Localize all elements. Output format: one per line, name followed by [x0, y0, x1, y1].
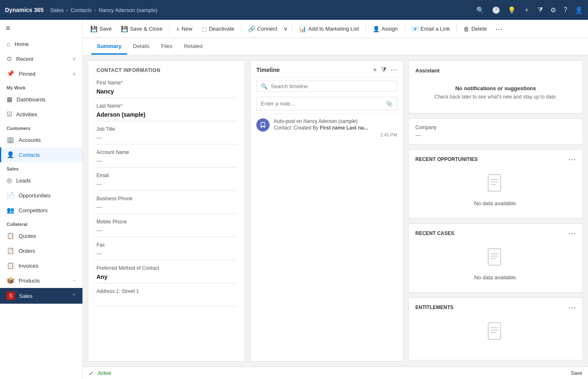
svg-rect-0	[488, 175, 501, 191]
tab-files[interactable]: Files	[155, 39, 178, 55]
account-name-label: Account Name	[96, 149, 236, 155]
user-icon[interactable]: 👤	[575, 6, 583, 14]
delete-button[interactable]: 🗑 Delete	[459, 23, 491, 35]
home-icon: ⌂	[7, 41, 10, 48]
section-title-mywork: My Work	[0, 81, 82, 92]
job-title-value[interactable]: ---	[96, 133, 236, 144]
sidebar-label-sales-hub: Sales	[19, 293, 33, 299]
sidebar-label-dashboards: Dashboards	[17, 96, 46, 103]
app-brand: Dynamics 365	[5, 7, 43, 13]
account-name-value[interactable]: ---	[96, 156, 236, 168]
deactivate-button[interactable]: ⬚ Deactivate	[198, 23, 239, 35]
sidebar-item-quotes[interactable]: 📋 Quotes	[0, 228, 82, 243]
sidebar-label-quotes: Quotes	[19, 233, 36, 239]
help-icon[interactable]: ?	[564, 6, 567, 14]
top-nav-icons: 🔍 🕐 💡 ＋ ⧩ ⚙ ? 👤	[476, 6, 583, 14]
email-link-button[interactable]: 📧 Email a Link	[407, 23, 454, 35]
sidebar-label-opportunities: Opportunities	[19, 192, 51, 199]
deactivate-icon: ⬚	[202, 26, 207, 32]
breadcrumb-sales[interactable]: Sales	[50, 7, 64, 13]
sidebar-item-activities[interactable]: ☑ Activities	[0, 107, 82, 122]
sidebar-item-contacts[interactable]: 👤 Contacts	[0, 147, 82, 162]
mobile-phone-value[interactable]: ---	[96, 225, 236, 237]
sidebar-item-dashboards[interactable]: ▦ Dashboards	[0, 92, 82, 107]
timeline-search-input[interactable]	[271, 83, 393, 89]
lightbulb-icon[interactable]: 💡	[508, 6, 516, 14]
tab-details[interactable]: Details	[127, 39, 155, 55]
connect-button[interactable]: 🔗 Connect	[244, 23, 281, 35]
assistant-title: Assistant	[415, 67, 576, 74]
status-save[interactable]: Save	[571, 370, 582, 376]
sidebar-label-accounts: Accounts	[19, 137, 41, 143]
status-left: ⤢ Active	[89, 370, 111, 377]
tab-summary[interactable]: Summary	[91, 39, 127, 55]
last-name-value[interactable]: Aderson (sample)	[96, 110, 236, 121]
sidebar-item-home[interactable]: ⌂ Home	[0, 37, 82, 51]
connect-dropdown-button[interactable]: ∨	[282, 23, 289, 34]
timeline-filter-icon[interactable]: ⧩	[381, 66, 386, 74]
sidebar-label-activities: Activities	[16, 111, 37, 118]
business-phone-label: Business Phone	[96, 196, 236, 201]
sidebar-item-sales-hub[interactable]: S Sales ⌃	[0, 288, 82, 304]
business-phone-value[interactable]: ---	[96, 202, 236, 214]
breadcrumb-contacts[interactable]: Contacts	[70, 7, 92, 13]
timeline-add-icon[interactable]: +	[373, 66, 377, 74]
attachment-icon[interactable]: 📎	[386, 101, 393, 107]
address-street-value[interactable]	[96, 295, 236, 307]
recent-cases-empty-text: No data available.	[474, 274, 517, 281]
save-close-label: Save & Close	[130, 26, 163, 32]
sidebar-item-invoices[interactable]: 📋 Invoices	[0, 258, 82, 273]
first-name-value[interactable]: Nancy	[96, 86, 236, 98]
breadcrumb: Sales › Contacts › Nancy Aderson (sample…	[50, 7, 157, 13]
section-title-sales: Sales	[0, 162, 82, 173]
assistant-empty-subtitle: Check back later to see what's new and s…	[419, 94, 573, 100]
save-close-icon: 💾	[121, 26, 128, 32]
connect-icon: 🔗	[248, 26, 255, 32]
recent-cases-more-icon[interactable]: ⋯	[569, 229, 576, 238]
save-button[interactable]: 💾 Save	[86, 23, 116, 35]
email-value[interactable]: ---	[96, 179, 236, 191]
timeline-more-icon[interactable]: ⋯	[390, 66, 397, 74]
settings-icon[interactable]: ⚙	[550, 6, 556, 14]
sidebar-item-accounts[interactable]: 🏢 Accounts	[0, 132, 82, 147]
more-button[interactable]: ⋯	[492, 23, 506, 35]
sidebar-item-orders[interactable]: 📋 Orders	[0, 243, 82, 258]
filter-icon[interactable]: ⧩	[537, 6, 543, 14]
save-close-button[interactable]: 💾 Save & Close	[117, 23, 167, 35]
activities-icon: ☑	[7, 110, 12, 118]
recent-opportunities-more-icon[interactable]: ⋯	[569, 155, 576, 164]
hamburger-button[interactable]: ≡	[0, 20, 82, 37]
tab-related[interactable]: Related	[178, 39, 208, 55]
clock-icon[interactable]: 🕐	[492, 6, 500, 14]
no-data-icon	[487, 248, 504, 271]
fax-value[interactable]: ---	[96, 249, 236, 260]
new-button[interactable]: + New	[172, 23, 196, 35]
email-link-label: Email a Link	[421, 26, 450, 32]
add-marketing-label: Add to Marketing List	[308, 26, 359, 32]
company-card: Company ---	[408, 118, 583, 144]
recent-cases-title: RECENT CASES	[415, 230, 569, 236]
contact-info-panel: CONTACT INFORMATION First Name* Nancy La…	[88, 60, 245, 362]
add-icon[interactable]: ＋	[523, 6, 530, 14]
dashboards-icon: ▦	[7, 96, 12, 103]
entitlements-card: ENTITLEMENTS ⋯	[408, 297, 583, 360]
timeline-note-input[interactable]	[261, 101, 383, 107]
main-container: ≡ ⌂ Home ⊙ Recent ∨ 📌 Pinned ∨ My Work ▦…	[0, 20, 588, 379]
expand-icon[interactable]: ⤢	[89, 370, 94, 377]
sidebar-item-leads[interactable]: ◎ Leads	[0, 173, 82, 188]
sidebar-item-opportunities[interactable]: 📄 Opportunities	[0, 188, 82, 203]
entitlements-more-icon[interactable]: ⋯	[569, 303, 576, 312]
preferred-contact-value[interactable]: Any	[96, 272, 236, 283]
company-value[interactable]: ---	[415, 132, 576, 138]
sidebar-item-competitors[interactable]: 👥 Competitors	[0, 203, 82, 218]
add-marketing-button[interactable]: 📊 Add to Marketing List	[295, 23, 363, 35]
assign-button[interactable]: 👤 Assign	[369, 23, 402, 35]
save-label: Save	[99, 26, 112, 32]
sidebar-item-pinned[interactable]: 📌 Pinned ∨	[0, 66, 82, 81]
content-area: 💾 Save 💾 Save & Close + New ⬚ Deactivate…	[83, 20, 588, 379]
section-title-customers: Customers	[0, 122, 82, 132]
sidebar-item-products[interactable]: 📦 Products −	[0, 273, 82, 288]
timeline-entry-time: 2:45 PM	[274, 132, 397, 137]
search-icon[interactable]: 🔍	[476, 6, 484, 14]
sidebar-item-recent[interactable]: ⊙ Recent ∨	[0, 51, 82, 66]
